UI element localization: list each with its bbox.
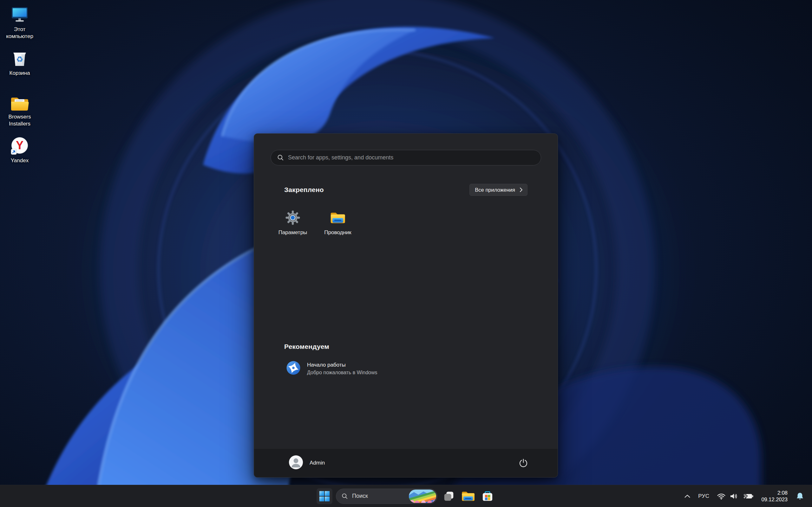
pinned-app-label: Параметры [278,229,307,236]
recycle-bin-icon: ♻ [10,48,29,68]
battery-charging-icon [742,493,754,500]
taskbar: Поиск [0,485,812,507]
user-name: Admin [310,460,325,466]
recommended-item-get-started[interactable]: Начало работы Добро пожаловать в Windows [282,358,529,379]
desktop-icon-label: Yandex [11,157,29,164]
microsoft-store-icon [481,490,494,503]
language-label: РУС [698,493,709,499]
notification-bell-icon [795,492,805,501]
recommended-title: Рекомендуем [284,343,527,350]
svg-text:Y: Y [16,139,23,152]
start-button[interactable] [316,488,333,504]
yandex-icon: Y [10,135,29,155]
user-avatar [289,455,303,470]
pinned-section-header: Закреплено Все приложения [284,184,527,196]
recommended-section-header: Рекомендуем [284,343,527,350]
user-account-button[interactable]: Admin [286,453,328,472]
language-indicator[interactable]: РУС [695,489,712,504]
start-search-box[interactable] [270,150,541,165]
get-started-icon [286,360,301,377]
folder-icon [10,91,29,112]
windows-logo-icon [319,491,330,502]
task-view-icon [443,490,455,502]
file-explorer-icon [461,490,475,502]
search-icon [342,493,348,499]
date-label: 09.12.2023 [761,496,788,503]
power-button[interactable] [516,456,530,470]
power-icon [518,458,528,468]
pinned-apps-grid: Параметры Проводник [270,209,542,241]
microsoft-store-button[interactable] [479,488,496,504]
desktop-icon-this-pc[interactable]: Этот компьютер [2,3,38,46]
file-explorer-icon [330,210,346,226]
pinned-app-label: Проводник [324,229,351,236]
volume-icon [730,493,738,500]
recommended-item-title: Начало работы [307,362,377,368]
recommended-list: Начало работы Добро пожаловать в Windows [282,358,529,379]
desktop-icon-yandex[interactable]: Y Yandex [2,134,38,177]
taskbar-search-label: Поиск [352,493,368,499]
settings-gear-icon [285,210,300,226]
notifications-button[interactable] [792,489,808,504]
start-menu-footer: Admin [254,448,558,477]
search-highlight-image [409,490,436,503]
wifi-icon [717,493,726,500]
pinned-title: Закреплено [284,186,324,193]
all-apps-button[interactable]: Все приложения [469,184,527,196]
chevron-right-icon [519,187,523,192]
all-apps-label: Все приложения [475,187,515,193]
system-tray: РУС 2:08 09.12.2023 [681,485,808,507]
desktop-icon-recycle-bin[interactable]: ♻ Корзина [2,46,38,90]
task-view-button[interactable] [441,488,457,504]
desktop-icon-label: Этот компьютер [3,26,37,40]
clock[interactable]: 2:08 09.12.2023 [758,489,791,504]
desktop-icon-label: Корзина [9,70,30,77]
taskbar-center-group: Поиск [316,485,496,507]
start-menu: Закреплено Все приложения [254,133,558,477]
start-search-input[interactable] [288,154,535,161]
svg-text:♻: ♻ [16,55,23,64]
this-pc-icon [10,4,29,24]
pinned-app-settings[interactable]: Параметры [270,209,315,241]
tray-overflow-button[interactable] [681,489,693,504]
time-label: 2:08 [777,490,788,496]
chevron-up-icon [684,494,691,498]
desktop-icon-label: Browsers Installers [3,113,37,127]
file-explorer-button[interactable] [460,488,476,504]
recommended-item-subtitle: Добро пожаловать в Windows [307,370,377,376]
quick-settings-button[interactable] [714,489,757,504]
desktop-icon-browsers-installers[interactable]: Browsers Installers [2,90,38,134]
taskbar-search-box[interactable]: Поиск [336,489,438,504]
desktop-icon-list: Этот компьютер ♻ Корзина Browser [2,3,38,177]
search-icon [277,154,284,161]
pinned-app-explorer[interactable]: Проводник [315,209,360,241]
